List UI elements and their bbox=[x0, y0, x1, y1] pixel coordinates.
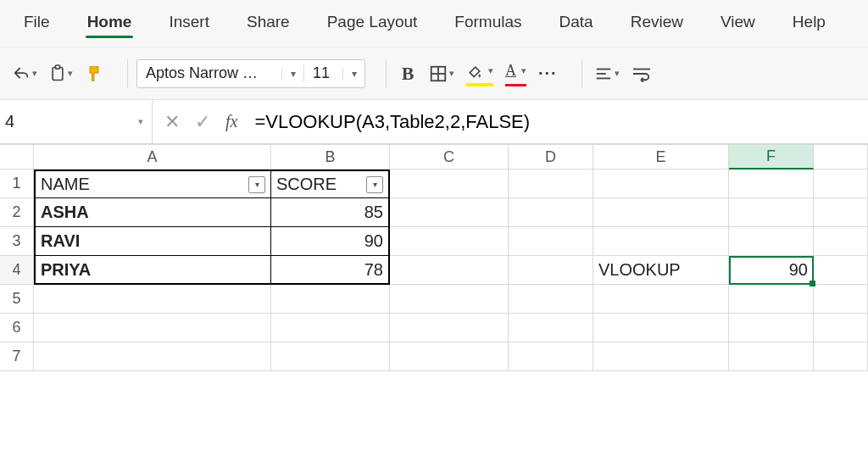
chevron-down-icon: ▾ bbox=[68, 68, 73, 79]
chevron-down-icon: ▾ bbox=[488, 65, 493, 76]
cell-f7[interactable] bbox=[729, 342, 814, 371]
cell-f5[interactable] bbox=[729, 285, 814, 314]
tab-review[interactable]: Review bbox=[612, 4, 702, 43]
align-left-button[interactable]: ▾ bbox=[591, 59, 623, 88]
undo-button[interactable]: ▾ bbox=[8, 59, 41, 88]
cell-g3[interactable] bbox=[814, 227, 868, 256]
cell-d6[interactable] bbox=[509, 314, 593, 342]
chevron-down-icon[interactable]: ▾ bbox=[342, 68, 364, 80]
cell-b6[interactable] bbox=[271, 314, 390, 342]
cell-f2[interactable] bbox=[729, 198, 814, 227]
tab-help[interactable]: Help bbox=[774, 4, 844, 43]
cell-d2[interactable] bbox=[509, 198, 593, 227]
cell-b1[interactable]: SCORE ▾ bbox=[271, 170, 390, 198]
row-header[interactable]: 5 bbox=[0, 285, 34, 314]
cell-f3[interactable] bbox=[729, 227, 814, 256]
col-header-e[interactable]: E bbox=[593, 144, 729, 170]
tab-file[interactable]: File bbox=[5, 4, 69, 43]
cell-c1[interactable] bbox=[390, 170, 509, 198]
cell-e3[interactable] bbox=[593, 227, 729, 256]
formula-input[interactable] bbox=[249, 100, 868, 143]
cell-b7[interactable] bbox=[271, 342, 390, 371]
cell-g2[interactable] bbox=[814, 198, 868, 227]
row-header[interactable]: 2 bbox=[0, 198, 34, 227]
wrap-text-button[interactable] bbox=[628, 59, 655, 88]
cell-b2[interactable]: 85 bbox=[271, 198, 390, 227]
col-header-c[interactable]: C bbox=[390, 144, 509, 170]
row-header[interactable]: 1 bbox=[0, 170, 34, 198]
col-header-d[interactable]: D bbox=[509, 144, 593, 170]
cell-a5[interactable] bbox=[34, 285, 271, 314]
cell-a6[interactable] bbox=[34, 314, 271, 342]
tab-data[interactable]: Data bbox=[541, 4, 612, 43]
font-name: Aptos Narrow … bbox=[137, 64, 281, 82]
row-header[interactable]: 4 bbox=[0, 256, 34, 285]
cell-g6[interactable] bbox=[814, 314, 868, 342]
row-header[interactable]: 3 bbox=[0, 227, 34, 256]
cell-b4[interactable]: 78 bbox=[271, 256, 390, 285]
tab-home[interactable]: Home bbox=[69, 4, 151, 43]
cell-c6[interactable] bbox=[390, 314, 509, 342]
cell-a1[interactable]: NAME ▾ bbox=[34, 170, 271, 198]
cell-e7[interactable] bbox=[593, 342, 729, 371]
cell-c7[interactable] bbox=[390, 342, 509, 371]
cell-d4[interactable] bbox=[509, 256, 593, 285]
cell-f1[interactable] bbox=[729, 170, 814, 198]
cell-a4[interactable]: PRIYA bbox=[34, 256, 271, 285]
cell-c4[interactable] bbox=[390, 256, 509, 285]
select-all-corner[interactable] bbox=[0, 144, 34, 170]
cell-text: ASHA bbox=[41, 203, 89, 222]
accept-formula-icon[interactable]: ✓ bbox=[195, 111, 210, 133]
format-painter-button[interactable] bbox=[81, 59, 107, 88]
cell-g4[interactable] bbox=[814, 256, 868, 285]
name-box[interactable]: 4 ▾ bbox=[0, 100, 153, 143]
row-header[interactable]: 6 bbox=[0, 314, 34, 342]
col-header-b[interactable]: B bbox=[271, 144, 390, 170]
tab-formulas[interactable]: Formulas bbox=[436, 4, 540, 43]
cell-d7[interactable] bbox=[509, 342, 593, 371]
tab-insert[interactable]: Insert bbox=[150, 4, 228, 43]
cell-b5[interactable] bbox=[271, 285, 390, 314]
fx-label[interactable]: fx bbox=[225, 112, 237, 131]
borders-button[interactable]: ▾ bbox=[426, 59, 458, 88]
cell-a3[interactable]: RAVI bbox=[34, 227, 271, 256]
spreadsheet[interactable]: A B C D E F 1 NAME ▾ SCORE ▾ 2 ASHA 85 3 bbox=[0, 144, 868, 371]
cell-f4[interactable]: 90 bbox=[729, 256, 814, 285]
font-color-button[interactable]: A ▾ bbox=[502, 59, 530, 88]
cell-a2[interactable]: ASHA bbox=[34, 198, 271, 227]
chevron-down-icon[interactable]: ▾ bbox=[138, 116, 143, 127]
tab-share[interactable]: Share bbox=[228, 4, 309, 43]
cell-c5[interactable] bbox=[390, 285, 509, 314]
cell-c3[interactable] bbox=[390, 227, 509, 256]
chevron-down-icon[interactable]: ▾ bbox=[281, 68, 303, 80]
cell-d5[interactable] bbox=[509, 285, 593, 314]
cancel-formula-icon[interactable]: ✕ bbox=[164, 111, 180, 133]
cell-b3[interactable]: 90 bbox=[271, 227, 390, 256]
font-selector[interactable]: Aptos Narrow … ▾ 11 ▾ bbox=[136, 59, 365, 88]
cell-c2[interactable] bbox=[390, 198, 509, 227]
cell-f6[interactable] bbox=[729, 314, 814, 342]
cell-e5[interactable] bbox=[593, 285, 729, 314]
cell-e2[interactable] bbox=[593, 198, 729, 227]
cell-g7[interactable] bbox=[814, 342, 868, 371]
cell-d1[interactable] bbox=[509, 170, 593, 198]
tab-view[interactable]: View bbox=[702, 4, 774, 43]
col-header-g[interactable] bbox=[814, 144, 868, 170]
cell-g5[interactable] bbox=[814, 285, 868, 314]
cell-g1[interactable] bbox=[814, 170, 868, 198]
cell-a7[interactable] bbox=[34, 342, 271, 371]
cell-e6[interactable] bbox=[593, 314, 729, 342]
fill-color-button[interactable]: ▾ bbox=[463, 59, 497, 88]
more-button[interactable]: ··· bbox=[535, 59, 561, 88]
col-header-f[interactable]: F bbox=[729, 144, 814, 170]
row-header[interactable]: 7 bbox=[0, 342, 34, 371]
tab-page-layout[interactable]: Page Layout bbox=[309, 4, 437, 43]
filter-button[interactable]: ▾ bbox=[366, 176, 383, 193]
filter-button[interactable]: ▾ bbox=[248, 176, 265, 193]
cell-d3[interactable] bbox=[509, 227, 593, 256]
col-header-a[interactable]: A bbox=[34, 144, 271, 170]
bold-button[interactable]: B bbox=[395, 59, 420, 88]
cell-e4[interactable]: VLOOKUP bbox=[593, 256, 729, 285]
cell-e1[interactable] bbox=[593, 170, 729, 198]
clipboard-button[interactable]: ▾ bbox=[46, 59, 76, 88]
